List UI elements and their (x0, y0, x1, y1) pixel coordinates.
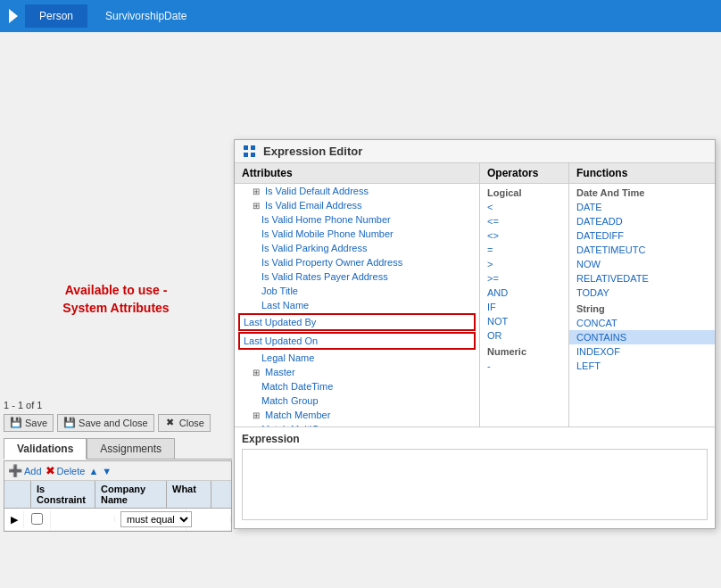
main-area: Available to use - System Attributes 1 -… (0, 32, 721, 588)
row-arrow: ▶ (4, 511, 24, 528)
attr-item-match-multigroup[interactable]: Match MultiGroup (235, 422, 479, 427)
op-eq[interactable]: = (480, 243, 568, 257)
expression-label: Expression (242, 433, 708, 445)
func-left[interactable]: LEFT (569, 359, 715, 373)
move-down-button[interactable]: ▼ (102, 466, 112, 476)
person-tab[interactable]: Person (25, 4, 87, 28)
close-icon: ✖ (164, 417, 177, 429)
down-arrow-icon: ▼ (102, 466, 112, 476)
op-if[interactable]: IF (480, 300, 568, 314)
expand-icon: ⊞ (253, 186, 260, 196)
add-button[interactable]: ➕ Add (8, 464, 42, 477)
attr-item-valid-home-phone[interactable]: Is Valid Home Phone Number (235, 212, 479, 227)
row-what (186, 517, 231, 522)
company-name-header: Company Name (95, 481, 167, 508)
func-now[interactable]: NOW (569, 257, 715, 271)
func-datetimeutc[interactable]: DATETIMEUTC (569, 243, 715, 257)
table-header: Is Constraint Company Name What (4, 481, 231, 509)
func-datediff[interactable]: DATEDIFF (569, 228, 715, 243)
attr-item-master[interactable]: ⊞Master (235, 365, 479, 379)
attr-label: Master (265, 367, 295, 377)
attr-item-job-title[interactable]: Job Title (235, 284, 479, 298)
attr-label: Last Name (261, 300, 309, 311)
save-button[interactable]: 💾 Save (4, 414, 54, 432)
func-contains[interactable]: CONTAINS (569, 330, 715, 344)
func-dateadd[interactable]: DATEADD (569, 214, 715, 228)
expand-icon: ⊞ (253, 201, 260, 211)
close-button[interactable]: ✖ Close (158, 414, 211, 432)
op-lte[interactable]: <= (480, 214, 568, 228)
delete-button[interactable]: ✖ Delete (46, 464, 86, 477)
op-and[interactable]: AND (480, 286, 568, 300)
func-relativedate[interactable]: RELATIVEDATE (569, 271, 715, 286)
save-close-button[interactable]: 💾 Save and Close (57, 414, 154, 432)
attr-item-last-name[interactable]: Last Name (235, 298, 479, 312)
table-toolbar: ➕ Add ✖ Delete ▲ ▼ (4, 461, 231, 481)
move-up-button[interactable]: ▲ (88, 466, 98, 476)
operators-list: Logical < <= <> = > >= AND IF NOT OR Num… (480, 184, 568, 427)
available-label: Available to use - System Attributes (27, 282, 205, 317)
attr-label: Legal Name (261, 352, 314, 363)
row-checkbox[interactable] (24, 510, 51, 529)
op-lt[interactable]: < (480, 200, 568, 214)
is-constraint-header: Is Constraint (31, 481, 95, 508)
grid-icon (244, 145, 256, 158)
attr-item-valid-mobile-phone[interactable]: Is Valid Mobile Phone Number (235, 227, 479, 241)
attr-item-valid-rates-payer[interactable]: Is Valid Rates Payer Address (235, 269, 479, 284)
attributes-column: ⊞Is Valid Default Address⊞Is Valid Email… (235, 184, 480, 427)
attr-item-valid-email-address[interactable]: ⊞Is Valid Email Address (235, 198, 479, 212)
attr-label: Match Group (261, 395, 319, 406)
op-or[interactable]: OR (480, 328, 568, 343)
op-not[interactable]: NOT (480, 314, 568, 328)
must-equal-select[interactable]: must equal (120, 511, 192, 527)
op-ne[interactable]: <> (480, 228, 568, 243)
func-date[interactable]: DATE (569, 200, 715, 214)
title-bar: Person SurvivorshipDate (0, 0, 721, 32)
attr-item-last-updated-by[interactable]: Last Updated By (238, 313, 476, 331)
attr-label: Is Valid Property Owner Address (261, 257, 402, 268)
logical-header: Logical (480, 184, 568, 200)
func-indexof[interactable]: INDEXOF (569, 344, 715, 359)
attr-item-match-group[interactable]: Match Group (235, 393, 479, 408)
attr-label: Is Valid Home Phone Number (261, 214, 391, 225)
attr-item-match-datetime[interactable]: Match DateTime (235, 379, 479, 393)
attributes-list[interactable]: ⊞Is Valid Default Address⊞Is Valid Email… (235, 184, 479, 427)
attr-label: Last Updated By (244, 317, 316, 327)
expression-editor-title: Expression Editor (263, 145, 362, 158)
attr-item-legal-name[interactable]: Legal Name (235, 351, 479, 365)
attr-label: Match DateTime (261, 381, 333, 392)
attr-item-valid-parking-address[interactable]: Is Valid Parking Address (235, 241, 479, 255)
op-gte[interactable]: >= (480, 271, 568, 286)
page-info: 1 - 1 of 1 (4, 400, 42, 410)
functions-list: Date And Time DATE DATEADD DATEDIFF DATE… (569, 184, 715, 427)
expr-columns: ⊞Is Valid Default Address⊞Is Valid Email… (235, 184, 715, 427)
survivorship-tab[interactable]: SurvivorshipDate (91, 4, 201, 28)
attr-item-valid-default-address[interactable]: ⊞Is Valid Default Address (235, 184, 479, 198)
tab-assignments[interactable]: Assignments (87, 438, 175, 459)
func-concat[interactable]: CONCAT (569, 316, 715, 330)
attr-item-last-updated-on[interactable]: Last Updated On (238, 332, 476, 350)
checkbox-col-header (4, 481, 31, 508)
attr-label: Is Valid Mobile Phone Number (261, 228, 394, 239)
attr-item-valid-property-owner[interactable]: Is Valid Property Owner Address (235, 255, 479, 269)
func-today[interactable]: TODAY (569, 286, 715, 300)
columns-header-row: Attributes Operators Functions (235, 163, 715, 184)
op-minus[interactable]: - (480, 359, 568, 373)
up-arrow-icon: ▲ (88, 466, 98, 476)
add-icon: ➕ (8, 464, 22, 477)
validations-table: ➕ Add ✖ Delete ▲ ▼ Is Constraint Company… (4, 460, 232, 532)
expression-input[interactable] (242, 449, 708, 520)
string-functions-header: String (569, 300, 715, 316)
main-toolbar: 💾 Save 💾 Save and Close ✖ Close (4, 414, 211, 432)
tabs-row: Validations Assignments (4, 438, 232, 460)
op-gt[interactable]: > (480, 257, 568, 271)
attributes-col-header: Attributes (235, 163, 480, 183)
attr-item-match-member[interactable]: ⊞Match Member (235, 408, 479, 422)
expand-icon: ⊞ (253, 368, 260, 377)
row-company: must equal (115, 509, 186, 530)
datetime-functions-header: Date And Time (569, 184, 715, 200)
operators-column: Logical < <= <> = > >= AND IF NOT OR Num… (480, 184, 569, 427)
tab-validations[interactable]: Validations (4, 438, 87, 460)
expression-area: Expression (235, 427, 715, 528)
save-icon: 💾 (10, 417, 22, 429)
